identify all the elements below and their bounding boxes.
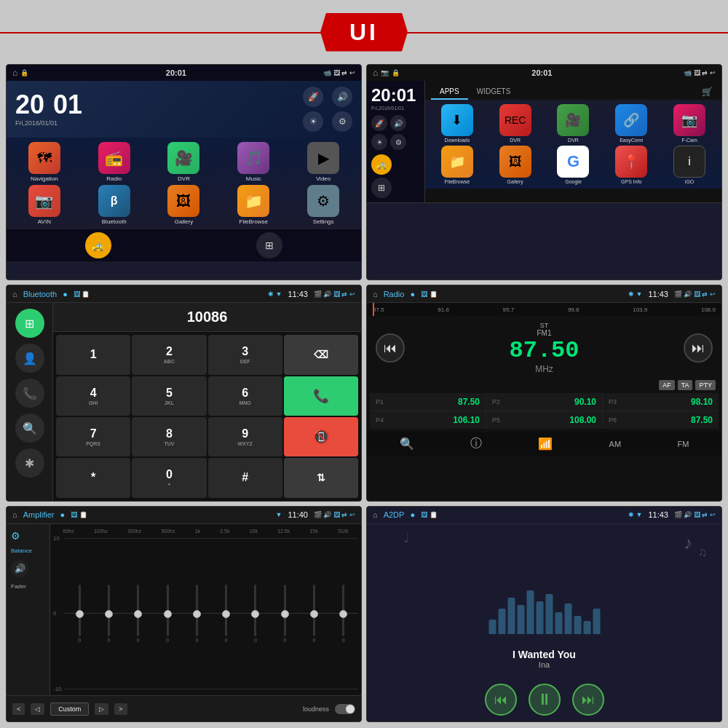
preset-p4[interactable]: P4 106.10 (370, 411, 486, 429)
preset-p3[interactable]: P3 98.10 (603, 393, 719, 411)
tab-apps[interactable]: APPS (431, 84, 468, 100)
eq-tuning-btn[interactable]: ⚙ (11, 530, 45, 542)
app-music[interactable]: 🎵 Music (220, 142, 287, 182)
home-icon-2[interactable]: ⌂ (373, 68, 378, 78)
contacts-btn[interactable]: 👤 (15, 344, 44, 373)
eq-prev-preset-btn[interactable]: < (12, 703, 25, 715)
app-video[interactable]: ▶ Video (290, 142, 357, 182)
radio-am-btn[interactable]: AM (609, 440, 622, 448)
key-5[interactable]: 5JKL (132, 376, 206, 416)
key-del[interactable]: ⌫ (284, 335, 358, 374)
flag-ta[interactable]: TA (678, 380, 693, 390)
eq-slider-sub[interactable]: 0 (342, 585, 345, 643)
eq-arrow-btn[interactable]: ◁ (31, 703, 44, 715)
radio-info-btn[interactable]: ⓘ (470, 436, 482, 451)
preset-p1[interactable]: P1 87.50 (370, 393, 486, 411)
app-settings[interactable]: ⚙ Settings (290, 185, 357, 225)
eq-slider-200hz[interactable]: 0 (137, 585, 140, 643)
grid-btn[interactable]: ⊞ (256, 232, 282, 258)
key-call[interactable]: 📞 (284, 376, 358, 416)
app2-dvr2[interactable]: 🎥 DVR (546, 104, 601, 143)
app2-dvr1[interactable]: REC DVR (488, 104, 543, 143)
eq-next-preset-btn[interactable]: ▷ (95, 703, 108, 715)
home-icon-6[interactable]: ⌂ (373, 510, 378, 519)
app-navigation[interactable]: 🗺 Navigation (11, 142, 78, 182)
radio-next-btn[interactable]: ⏭ (684, 333, 713, 363)
app2-gpsinfo[interactable]: 📍 GPS Info (604, 146, 659, 184)
tab-widgets[interactable]: WIDGETS (468, 84, 520, 100)
grid-btn-2[interactable]: ⊞ (371, 178, 392, 198)
app2-fcam[interactable]: 📷 F-Cam (662, 104, 717, 143)
app-avin[interactable]: 📷 AVIN (11, 185, 78, 225)
key-2[interactable]: 2ABC (132, 335, 206, 374)
app-gallery[interactable]: 🖼 Gallery (151, 185, 218, 225)
music-next-btn[interactable]: ⏭ (572, 684, 604, 716)
key-7[interactable]: 7PQRS (56, 417, 130, 456)
eq-slider-15k[interactable]: 0 (313, 585, 316, 643)
key-star[interactable]: * (56, 458, 130, 497)
rocket-icon-1[interactable]: 🚀 (303, 87, 323, 107)
eq-loudness-toggle[interactable] (335, 704, 355, 714)
rocket-btn-2[interactable]: 🚀 (371, 115, 387, 131)
music-play-btn[interactable]: ⏸ (529, 684, 561, 716)
brightness-icon-1[interactable]: ☀ (303, 111, 323, 132)
taxi-btn[interactable]: 🚕 (85, 232, 111, 258)
app-dvr[interactable]: 🎥 DVR (151, 142, 218, 182)
bt-settings-btn[interactable]: ✱ (15, 448, 44, 478)
radio-prev-btn[interactable]: ⏮ (376, 333, 405, 363)
volume-icon-1[interactable]: 🔊 (332, 87, 352, 107)
radio-fm-btn[interactable]: FM (677, 440, 689, 448)
settings-btn-2[interactable]: ⚙ (390, 134, 406, 150)
key-end[interactable]: 📵 (284, 417, 358, 456)
eq-slider-2k5[interactable]: 0 (225, 585, 228, 643)
app2-gallery[interactable]: 🖼 Gallery (488, 146, 543, 184)
eq-slider-10k[interactable]: 0 (254, 585, 257, 643)
preset-p6[interactable]: P6 87.50 (603, 411, 719, 429)
radio-antenna-btn[interactable]: 📶 (538, 437, 553, 451)
eq-vol-btn[interactable]: 🔊 (11, 560, 28, 577)
key-3[interactable]: 3DEF (208, 335, 282, 374)
home-icon-5[interactable]: ⌂ (12, 510, 17, 519)
eq-slider-500hz[interactable]: 0 (166, 585, 169, 643)
key-4[interactable]: 4GHI (56, 376, 130, 416)
eq-right-btn[interactable]: > (114, 703, 127, 715)
settings-icon-1[interactable]: ⚙ (332, 111, 352, 132)
app2-filebrowse[interactable]: 📁 FileBrowse (430, 146, 485, 184)
app-radio[interactable]: 📻 Radio (81, 142, 148, 182)
flag-pty[interactable]: PTY (695, 380, 716, 390)
key-8[interactable]: 8TUV (132, 417, 206, 456)
home-icon-4[interactable]: ⌂ (373, 290, 378, 298)
call-log-btn[interactable]: 📞 (15, 379, 44, 408)
preset-p2[interactable]: P2 90.10 (486, 393, 602, 411)
eq-slider-1k[interactable]: 0 (195, 585, 198, 643)
key-9[interactable]: 9WXYZ (208, 417, 282, 456)
key-hash[interactable]: # (208, 458, 282, 497)
eq-balance-btn[interactable]: Balance (11, 547, 45, 554)
home-icon-3[interactable]: ⌂ (12, 290, 17, 298)
music-prev-btn[interactable]: ⏮ (485, 684, 517, 716)
app2-downloads[interactable]: ⬇ Downloads (430, 104, 485, 143)
key-0[interactable]: 0+ (132, 458, 206, 497)
app-bluetooth[interactable]: β Bluetooth (81, 185, 148, 225)
taxi-btn-2[interactable]: 🚕 (371, 154, 392, 175)
eq-slider-12k5[interactable]: 0 (283, 585, 286, 643)
key-6[interactable]: 6MNO (208, 376, 282, 416)
radio-search-btn[interactable]: 🔍 (400, 437, 414, 451)
search-dial-btn[interactable]: 🔍 (15, 414, 44, 443)
store-icon[interactable]: 🛒 (699, 84, 716, 100)
key-1[interactable]: 1 (56, 335, 130, 374)
volume-btn-2[interactable]: 🔊 (390, 115, 406, 131)
eq-slider-100hz[interactable]: 0 (107, 585, 110, 643)
app2-igo[interactable]: i iGO (662, 146, 717, 184)
dial-pad-btn[interactable]: ⊞ (15, 309, 44, 338)
eq-preset-label[interactable]: Custom (50, 703, 89, 716)
flag-af[interactable]: AF (659, 380, 675, 390)
app-filebrowse[interactable]: 📁 FileBrowse (220, 185, 287, 225)
key-swap[interactable]: ⇅ (284, 458, 358, 497)
preset-p5[interactable]: P5 108.00 (486, 411, 602, 429)
home-icon-1[interactable]: ⌂ (12, 68, 17, 78)
app2-google[interactable]: G Google (546, 146, 601, 184)
eq-fader-btn[interactable]: Fader (11, 583, 45, 590)
eq-slider-60hz[interactable]: 0 (78, 585, 81, 643)
bright-btn-2[interactable]: ☀ (371, 134, 387, 150)
